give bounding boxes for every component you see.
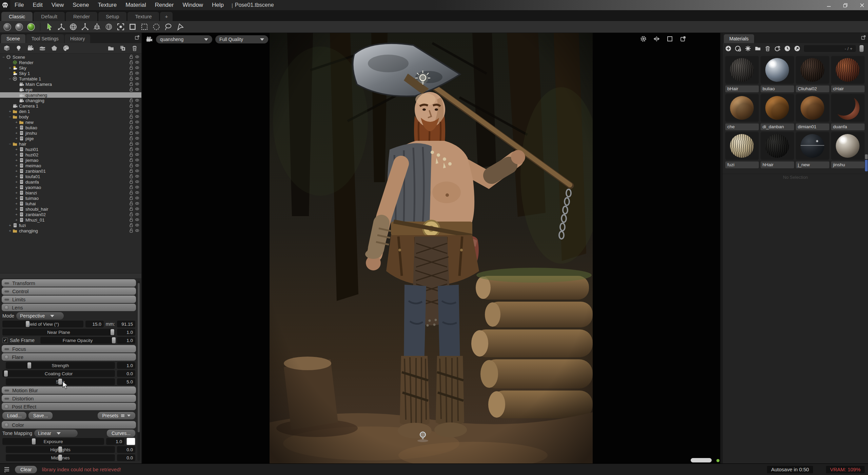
- section-lens[interactable]: Lens: [2, 304, 136, 311]
- add-camera-icon[interactable]: [27, 45, 34, 52]
- menu-help[interactable]: Help: [208, 0, 228, 10]
- viewport-camera-dropdown[interactable]: quansheng: [156, 35, 212, 43]
- save-button[interactable]: Save...: [28, 412, 53, 419]
- size-slider[interactable]: Size: [6, 378, 115, 385]
- visibility-eye-icon[interactable]: [135, 207, 139, 211]
- material-thumbnail[interactable]: [761, 94, 794, 122]
- visibility-eye-icon[interactable]: [135, 136, 139, 140]
- rotate-tool-icon[interactable]: [69, 22, 78, 31]
- lock-icon[interactable]: [129, 98, 133, 102]
- lock-icon[interactable]: [129, 185, 133, 189]
- tree-expander[interactable]: +: [8, 66, 12, 70]
- midtones-slider[interactable]: Midtones: [6, 454, 115, 461]
- universal-tool-icon[interactable]: [93, 22, 101, 31]
- viewport-external-icon[interactable]: [680, 36, 686, 42]
- tree-item-render[interactable]: Render: [0, 60, 141, 65]
- lock-icon[interactable]: [129, 93, 133, 97]
- visibility-eye-icon[interactable]: [135, 103, 139, 108]
- tree-expander[interactable]: +: [14, 185, 19, 189]
- tree-item-mhuzi_01[interactable]: +Mhuzi_01: [0, 217, 141, 223]
- tree-expander[interactable]: +: [14, 126, 19, 130]
- menu-file[interactable]: File: [10, 0, 28, 10]
- lock-icon[interactable]: [129, 71, 133, 75]
- tree-item-jinshu[interactable]: +jinshu: [0, 130, 141, 136]
- slider-handle[interactable]: [26, 321, 29, 327]
- tree-item-liuhai[interactable]: +liuhai: [0, 201, 141, 206]
- material-thumbnail[interactable]: [796, 132, 829, 160]
- tree-expander[interactable]: +: [8, 223, 12, 227]
- lock-icon[interactable]: [129, 228, 133, 233]
- material-trash-icon[interactable]: [765, 45, 771, 52]
- workspace-tab-classic[interactable]: Classic: [1, 12, 33, 21]
- workspace-tab-default[interactable]: Default: [34, 12, 65, 21]
- material-item-di_danban[interactable]: di_danban: [761, 94, 794, 130]
- visibility-eye-icon[interactable]: [135, 152, 139, 157]
- visibility-eye-icon[interactable]: [135, 125, 139, 130]
- material-thumbnail[interactable]: [725, 94, 759, 122]
- visibility-eye-icon[interactable]: [135, 65, 139, 70]
- strength-value[interactable]: 1.0: [117, 362, 135, 369]
- visibility-eye-icon[interactable]: [135, 228, 139, 233]
- tree-expander[interactable]: +: [14, 120, 19, 124]
- add-material-circle-icon[interactable]: [725, 45, 731, 52]
- exposure-color-swatch[interactable]: [126, 438, 135, 445]
- material-filter-input[interactable]: - / +: [804, 45, 856, 52]
- presets-button[interactable]: Presets: [98, 412, 135, 419]
- frame-opacity-value[interactable]: 1.0: [117, 337, 135, 344]
- tree-expander[interactable]: +: [14, 196, 19, 200]
- move-tool-icon[interactable]: [57, 22, 66, 31]
- section-focus[interactable]: Focus: [2, 345, 136, 353]
- tree-expander[interactable]: +: [14, 218, 19, 222]
- tree-expander[interactable]: +: [14, 158, 19, 162]
- size-value[interactable]: 5.0: [117, 378, 135, 385]
- fov-mm-value[interactable]: 91.15: [117, 321, 135, 327]
- tree-item-changjing[interactable]: changjing: [0, 98, 141, 103]
- viewport-quality-dropdown[interactable]: Full Quality: [215, 35, 268, 43]
- visibility-eye-icon[interactable]: [135, 114, 139, 119]
- panel-tab-scene[interactable]: Scene: [1, 34, 25, 43]
- lock-icon[interactable]: [129, 65, 133, 70]
- console-icon[interactable]: [3, 466, 10, 473]
- tree-item-hair[interactable]: −hair: [0, 141, 141, 147]
- tree-item-duanfa[interactable]: +duanfa: [0, 179, 141, 185]
- lock-icon[interactable]: [129, 196, 133, 200]
- viewport-settings-gear-icon[interactable]: [640, 36, 647, 42]
- visibility-eye-icon[interactable]: [135, 98, 139, 102]
- lock-icon[interactable]: [129, 169, 133, 173]
- visibility-eye-icon[interactable]: [135, 174, 139, 178]
- tree-expander[interactable]: +: [14, 212, 19, 216]
- visibility-eye-icon[interactable]: [135, 60, 139, 64]
- delete-icon[interactable]: [131, 45, 138, 52]
- section-color[interactable]: Color: [2, 421, 136, 429]
- menu-material[interactable]: Material: [121, 0, 150, 10]
- tree-item-huzi01[interactable]: +huzi01: [0, 147, 141, 152]
- tree-expander[interactable]: +: [8, 109, 12, 113]
- material-item-dimian01[interactable]: dimian01: [796, 94, 829, 130]
- tree-item-buliao[interactable]: +buliao: [0, 125, 141, 130]
- material-item-fuzi[interactable]: fuzi: [725, 132, 759, 168]
- visibility-eye-icon[interactable]: [135, 169, 139, 173]
- lasso-select-icon[interactable]: [164, 22, 173, 31]
- visibility-eye-icon[interactable]: [135, 71, 139, 75]
- material-thumbnail[interactable]: [725, 56, 759, 84]
- lock-icon[interactable]: [129, 207, 133, 211]
- visibility-eye-icon[interactable]: [135, 120, 139, 124]
- material-item-chair[interactable]: cHair: [831, 56, 865, 92]
- viewport-split-icon[interactable]: [653, 36, 660, 42]
- midtones-value[interactable]: 0.0: [117, 454, 135, 461]
- highlights-slider[interactable]: Highlights: [6, 446, 115, 453]
- load-button[interactable]: Load...: [2, 412, 26, 419]
- lock-icon[interactable]: [129, 103, 133, 108]
- material-item-bhair[interactable]: bHair: [725, 56, 759, 92]
- visibility-eye-icon[interactable]: [135, 201, 139, 206]
- panel-detach-icon[interactable]: [861, 35, 866, 40]
- tab-materials[interactable]: Materials: [724, 34, 754, 43]
- add-object-icon[interactable]: [3, 45, 10, 52]
- visibility-eye-icon[interactable]: [135, 55, 139, 59]
- workspace-tab-add[interactable]: +: [160, 12, 173, 21]
- visibility-eye-icon[interactable]: [135, 196, 139, 200]
- lock-icon[interactable]: [129, 147, 133, 151]
- tree-expander[interactable]: +: [14, 136, 19, 140]
- shading-full-sphere-icon[interactable]: [26, 22, 35, 31]
- materials-scrollbar-thumb[interactable]: [865, 160, 868, 171]
